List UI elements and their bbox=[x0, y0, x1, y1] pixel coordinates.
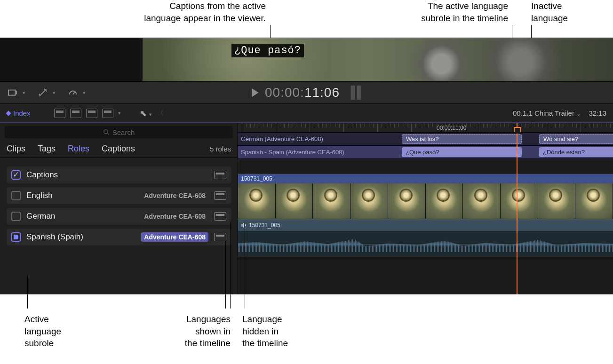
timeline-history-back-icon[interactable]: 〈 bbox=[157, 109, 164, 118]
append-clip-icon[interactable] bbox=[86, 109, 97, 118]
callout-languages-shown: Languages shown in the timeline bbox=[155, 313, 231, 349]
callout-active-subrole-timeline: The active language subrole in the timel… bbox=[362, 0, 508, 24]
callout-inactive-language: Inactive language bbox=[531, 0, 573, 24]
audio-meters-icon[interactable] bbox=[351, 86, 361, 100]
callout-active-subrole: Active language subrole bbox=[24, 313, 61, 349]
timeline[interactable]: 00:00:11:00 German (Adventure CEA-608) W… bbox=[238, 123, 613, 294]
viewer-caption-overlay: ¿Que pasó? bbox=[231, 44, 304, 57]
checkbox-english[interactable] bbox=[11, 191, 21, 200]
select-tool-icon[interactable]: ⬉ ▾ bbox=[140, 108, 152, 119]
role-row-spanish[interactable]: Spanish (Spain) Adventure CEA-608 bbox=[7, 229, 231, 245]
connect-clip-icon[interactable] bbox=[54, 109, 65, 118]
caption-block-german-2[interactable]: Wo sind sie? bbox=[539, 134, 613, 144]
role-format-tag: Adventure CEA-608 bbox=[141, 212, 208, 221]
chevron-down-icon[interactable]: ▾ bbox=[83, 90, 86, 96]
toolbar-main: ▾ ▾ ▾ 00:00:11:06 bbox=[0, 81, 613, 104]
role-label: English bbox=[26, 191, 53, 200]
caption-lane-spanish[interactable]: Spanish - Spain (Adventure CEA-608) ¿Que… bbox=[238, 146, 613, 159]
timecode-display[interactable]: 00:00:11:06 bbox=[252, 85, 361, 100]
diamond-icon bbox=[6, 111, 11, 116]
lane-toggle-icon[interactable] bbox=[214, 233, 226, 241]
toolbar-timeline: Index ▾ ⬉ ▾ 〈 00.1.1 China Trailer⌄ 32:1… bbox=[0, 104, 613, 123]
chevron-down-icon[interactable]: ▾ bbox=[53, 90, 56, 96]
role-row-captions[interactable]: Captions bbox=[7, 166, 231, 183]
role-label: Spanish (Spain) bbox=[26, 232, 83, 242]
tab-clips[interactable]: Clips bbox=[7, 144, 25, 154]
tab-roles[interactable]: Roles bbox=[68, 144, 89, 154]
timecode-value: 00:00:11:06 bbox=[265, 85, 340, 100]
svg-point-1 bbox=[103, 130, 107, 134]
checkbox-captions[interactable] bbox=[11, 170, 21, 180]
clip-appearance-icon[interactable] bbox=[7, 87, 19, 99]
checkbox-spanish[interactable] bbox=[11, 232, 21, 242]
caption-block-spanish-2[interactable]: ¿Dónde están? bbox=[539, 147, 613, 157]
checkbox-german[interactable] bbox=[11, 212, 21, 221]
caption-block-german-1[interactable]: Was ist los? bbox=[402, 134, 522, 144]
index-sidebar: Search Clips Tags Roles Captions 5 roles… bbox=[0, 123, 238, 294]
lane-toggle-icon[interactable] bbox=[214, 212, 226, 221]
app-window: ¿Que pasó? ▾ ▾ ▾ 00:00:11:06 Index bbox=[0, 38, 613, 294]
video-thumbnail-lane[interactable] bbox=[238, 183, 613, 219]
callouts-top: Captions from the active language appear… bbox=[0, 0, 613, 38]
search-icon bbox=[103, 129, 110, 135]
chevron-down-icon: ⌄ bbox=[576, 111, 581, 117]
role-row-english[interactable]: English Adventure CEA-608 bbox=[7, 187, 231, 204]
project-duration: 32:13 bbox=[589, 109, 606, 117]
callouts-bottom: Active language subrole Languages shown … bbox=[0, 294, 613, 356]
role-format-tag: Adventure CEA-608 bbox=[141, 191, 208, 200]
caption-lane-label: German (Adventure CEA-608) bbox=[238, 135, 374, 142]
audio-clip-header[interactable]: 150731_005 bbox=[238, 219, 613, 231]
role-format-tag: Adventure CEA-608 bbox=[141, 232, 208, 242]
play-icon[interactable] bbox=[252, 88, 258, 97]
overwrite-clip-icon[interactable] bbox=[102, 109, 113, 118]
svg-rect-2 bbox=[242, 224, 243, 227]
tab-tags[interactable]: Tags bbox=[38, 144, 56, 154]
role-label: Captions bbox=[26, 170, 58, 180]
roles-list: Captions English Adventure CEA-608 Germa… bbox=[0, 158, 238, 249]
index-tabs: Clips Tags Roles Captions 5 roles bbox=[0, 141, 238, 158]
project-popup[interactable]: 00.1.1 China Trailer⌄ 32:13 bbox=[513, 109, 606, 117]
audio-waveform[interactable] bbox=[238, 231, 613, 257]
callout-language-hidden: Language hidden in the timeline bbox=[242, 313, 288, 349]
tab-captions[interactable]: Captions bbox=[102, 144, 135, 154]
lane-toggle-icon[interactable] bbox=[214, 191, 226, 200]
caption-block-spanish-1[interactable]: ¿Que pasó? bbox=[402, 147, 522, 157]
playhead[interactable] bbox=[517, 123, 517, 294]
timeline-ruler[interactable]: 00:00:11:00 bbox=[238, 123, 613, 133]
audio-icon bbox=[241, 222, 247, 228]
caption-lane-label: Spanish - Spain (Adventure CEA-608) bbox=[238, 149, 374, 156]
caption-lane-german[interactable]: German (Adventure CEA-608) Was ist los? … bbox=[238, 133, 613, 146]
svg-rect-3 bbox=[243, 223, 244, 227]
callout-viewer-caption: Captions from the active language appear… bbox=[92, 0, 266, 24]
lane-toggle-icon[interactable] bbox=[214, 171, 226, 179]
roles-count: 5 roles bbox=[210, 145, 231, 153]
retime-speedometer-icon[interactable] bbox=[67, 87, 79, 99]
viewer[interactable]: ¿Que pasó? bbox=[0, 38, 613, 81]
chevron-down-icon[interactable]: ▾ bbox=[23, 90, 25, 96]
chevron-down-icon[interactable]: ▾ bbox=[118, 110, 121, 116]
role-label: German bbox=[26, 212, 55, 221]
insert-clip-icon[interactable] bbox=[70, 109, 81, 118]
search-input[interactable]: Search bbox=[5, 126, 233, 138]
svg-rect-0 bbox=[8, 90, 16, 95]
effects-wand-icon[interactable] bbox=[37, 87, 49, 99]
index-button[interactable]: Index bbox=[7, 109, 31, 117]
role-row-german[interactable]: German Adventure CEA-608 bbox=[7, 208, 231, 225]
video-clip-header[interactable]: 150731_005 bbox=[238, 173, 613, 183]
